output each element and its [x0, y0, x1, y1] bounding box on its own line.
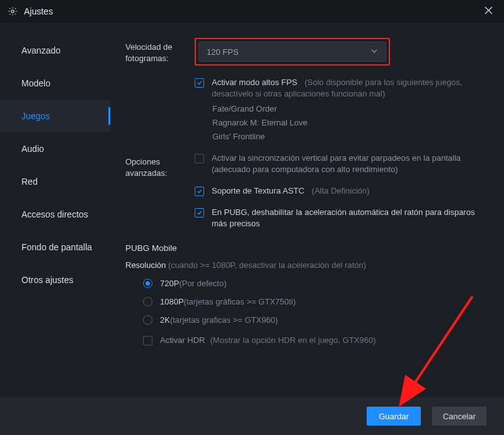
vsync-checkbox[interactable] — [195, 154, 204, 163]
sidebar-item-modelo[interactable]: Modelo — [0, 67, 110, 100]
astc-line[interactable]: Soporte de Textura ASTC (Alta Definición… — [195, 185, 489, 197]
highfps-game: Girls' Frontline — [212, 130, 489, 144]
save-button-label: Guardar — [379, 412, 409, 421]
pubg-resolution-caption: Resolución (cuando >= 1080P, desactivar … — [125, 260, 489, 270]
fps-row: Velocidad de fotogramas: 120 FPS — [125, 38, 489, 66]
gear-icon — [8, 6, 18, 16]
sidebar-item-audio[interactable]: Audio — [0, 132, 110, 165]
resolution-1080p-label: 1080P — [160, 297, 184, 306]
highfps-game: Fate/Grand Order — [212, 102, 489, 116]
sidebar-item-accesos[interactable]: Accesos directos — [0, 198, 110, 231]
advanced-label: Opciones avanzadas: — [125, 153, 195, 179]
resolution-720p-label: 720P — [160, 279, 179, 288]
fps-label: Velocidad de fotogramas: — [125, 38, 195, 64]
resolution-2k-radio[interactable] — [143, 315, 152, 325]
fps-select[interactable]: 120 FPS — [198, 42, 386, 62]
svg-point-0 — [11, 10, 14, 13]
highfps-check-line[interactable]: Activar modo altos FPS (Solo disponible … — [195, 77, 489, 100]
highfps-block: Activar modo altos FPS (Solo disponible … — [195, 77, 489, 144]
pubg-mouse-line[interactable]: En PUBG, deshabilitar la aceleración aut… — [195, 207, 489, 229]
resolution-720p-hint: (Por defecto) — [179, 279, 226, 288]
pubg-section-title: PUBG Mobile — [125, 243, 489, 253]
resolution-720p-radio[interactable] — [143, 279, 152, 288]
highfps-games-list: Fate/Grand Order Ragnarok M: Eternal Lov… — [212, 102, 489, 144]
sidebar-item-label: Fondo de pantalla — [21, 242, 92, 252]
sidebar-item-label: Audio — [21, 144, 44, 154]
highfps-checkbox[interactable] — [195, 78, 204, 88]
close-icon[interactable] — [481, 4, 496, 19]
sidebar-item-label: Modelo — [21, 78, 50, 88]
resolution-2k-label: 2K — [160, 315, 170, 325]
advanced-row: Opciones avanzadas: Activar la sincroniz… — [125, 153, 489, 232]
resolution-2k-hint: (tarjetas graficas >= GTX960) — [170, 315, 278, 325]
fps-select-value: 120 FPS — [207, 47, 239, 57]
highfps-game: Ragnarok M: Eternal Love — [212, 116, 489, 130]
resolution-2k-line[interactable]: 2K(tarjetas graficas >= GTX960) — [143, 315, 489, 325]
footer: Guardar Cancelar — [0, 397, 504, 435]
titlebar: Ajustes — [0, 0, 504, 23]
resolution-1080p-hint: (tarjetas gráficas >= GTX750ti) — [184, 297, 296, 306]
hdr-checkbox[interactable] — [143, 336, 152, 345]
sidebar: Avanzado Modelo Juegos Audio Red Accesos… — [0, 23, 110, 397]
sidebar-item-label: Accesos directos — [21, 209, 88, 219]
window-title: Ajustes — [24, 6, 53, 16]
main-body: Avanzado Modelo Juegos Audio Red Accesos… — [0, 23, 504, 397]
sidebar-item-fondo[interactable]: Fondo de pantalla — [0, 231, 110, 264]
sidebar-item-otros[interactable]: Otros ajustes — [0, 264, 110, 296]
chevron-down-icon — [370, 47, 378, 57]
vsync-label: Activar la sincronización vertical para … — [212, 153, 489, 175]
sidebar-item-label: Juegos — [21, 111, 50, 121]
sidebar-item-label: Avanzado — [21, 45, 60, 55]
resolution-1080p-radio[interactable] — [143, 297, 152, 306]
astc-label: Soporte de Textura ASTC — [212, 186, 304, 195]
cancel-button-label: Cancelar — [443, 412, 476, 421]
sidebar-item-red[interactable]: Red — [0, 165, 110, 198]
pubg-mouse-checkbox[interactable] — [195, 208, 204, 218]
astc-checkbox[interactable] — [195, 187, 204, 196]
settings-content: Velocidad de fotogramas: 120 FPS — [110, 23, 504, 397]
sidebar-item-label: Red — [21, 177, 38, 187]
resolution-1080p-line[interactable]: 1080P(tarjetas gráficas >= GTX750ti) — [143, 297, 489, 306]
hdr-line[interactable]: Activar HDR(Mostrar la opción HDR en el … — [143, 335, 489, 346]
pubg-resolution-label: Resolución — [125, 260, 166, 270]
vsync-line[interactable]: Activar la sincronización vertical para … — [195, 153, 489, 175]
astc-hint: (Alta Definición) — [312, 186, 370, 195]
fps-select-highlight: 120 FPS — [195, 38, 390, 66]
hdr-hint: (Mostrar la opción HDR en el juego, GTX9… — [210, 335, 376, 345]
pubg-resolution-hint: (cuando >= 1080P, desactivar la acelerac… — [168, 260, 366, 270]
cancel-button[interactable]: Cancelar — [432, 407, 486, 426]
resolution-720p-line[interactable]: 720P(Por defecto) — [143, 279, 489, 288]
sidebar-item-avanzado[interactable]: Avanzado — [0, 34, 110, 67]
sidebar-item-juegos[interactable]: Juegos — [0, 100, 110, 132]
highfps-label: Activar modo altos FPS — [212, 78, 297, 87]
save-button[interactable]: Guardar — [367, 407, 421, 426]
hdr-label: Activar HDR — [160, 335, 205, 345]
sidebar-item-label: Otros ajustes — [21, 275, 73, 285]
pubg-mouse-label: En PUBG, deshabilitar la aceleración aut… — [212, 207, 489, 229]
